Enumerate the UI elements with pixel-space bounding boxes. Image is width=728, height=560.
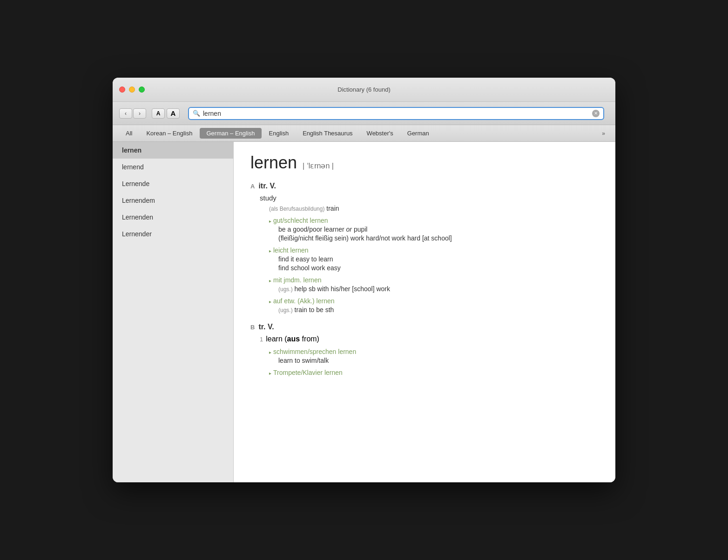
phrase-trompete: ▸ Trompete/Klavier lernen [269, 369, 599, 376]
back-button[interactable]: ‹ [119, 108, 132, 119]
sidebar: lernen lernend Lernende Lernendem Lernen… [113, 142, 234, 482]
section-b-title: tr. V. [258, 323, 274, 331]
phrase-gut-schlecht-trans2: (fleißig/nicht fleißig sein) work hard/n… [278, 234, 599, 242]
forward-button[interactable]: › [133, 108, 146, 119]
search-clear-button[interactable]: ✕ [592, 110, 600, 117]
tab-websters[interactable]: Webster's [360, 128, 400, 139]
main-translation-study: study [260, 194, 599, 202]
section-a-header: A itr. V. [250, 182, 599, 190]
section-b-header: B tr. V. [250, 323, 599, 331]
sub-translation-train: (als Berufsausbildung) train [269, 205, 599, 212]
font-decrease-button[interactable]: A [152, 108, 165, 119]
numbered-entry-1: 1 learn (aus from) [260, 335, 599, 343]
sidebar-item-lernen[interactable]: lernen [113, 142, 233, 159]
entry-header: lernen | ˈlɛrnən | [250, 153, 599, 173]
font-increase-button[interactable]: A [167, 108, 180, 119]
search-input[interactable] [203, 110, 592, 117]
search-icon: 🔍 [193, 110, 200, 117]
phrase-gut-schlecht-trans1: be a good/poor learner or pupil [278, 226, 599, 233]
sidebar-item-lernenden[interactable]: Lernenden [113, 209, 233, 226]
phrase-leicht-trans1: find it easy to learn [278, 255, 599, 263]
tab-all[interactable]: All [119, 128, 139, 139]
phrase-auf-etw-german: ▸ auf etw. (Akk.) lernen [269, 297, 599, 305]
window-title: Dictionary (6 found) [337, 86, 390, 93]
section-a-letter: A [250, 183, 255, 190]
phrase-leicht-german: ▸ leicht lernen [269, 247, 599, 254]
maximize-button[interactable] [139, 87, 145, 93]
phrase-mit-jmdm: ▸ mit jmdm. lernen (ugs.) help sb with h… [269, 276, 599, 293]
entry-phonetic: | ˈlɛrnən | [303, 161, 334, 170]
toolbar: ‹ › A A 🔍 ✕ [113, 102, 615, 125]
search-container: 🔍 ✕ [188, 107, 604, 120]
phrase-schwimmen-german: ▸ schwimmen/sprechen lernen [269, 348, 599, 355]
tab-english[interactable]: English [263, 128, 296, 139]
phrase-mit-jmdm-german: ▸ mit jmdm. lernen [269, 276, 599, 284]
titlebar: Dictionary (6 found) [113, 78, 615, 102]
nav-buttons: ‹ › [119, 108, 146, 119]
section-b-content: 1 learn (aus from) ▸ schwimmen/sprechen … [260, 335, 599, 376]
phrase-schwimmen: ▸ schwimmen/sprechen lernen learn to swi… [269, 348, 599, 364]
back-icon: ‹ [125, 110, 127, 117]
phrase-mit-jmdm-trans1: (ugs.) help sb with his/her [school] wor… [278, 285, 599, 293]
tab-english-thesaurus[interactable]: English Thesaurus [296, 128, 359, 139]
app-window: Dictionary (6 found) ‹ › A A 🔍 ✕ [113, 78, 615, 482]
section-a-content: study (als Berufsausbildung) train ▸ gut… [260, 194, 599, 313]
font-size-buttons: A A [152, 108, 180, 119]
phrase-trompete-german: ▸ Trompete/Klavier lernen [269, 369, 599, 376]
minimize-button[interactable] [129, 87, 135, 93]
traffic-lights [119, 87, 145, 93]
main-content: lernen | ˈlɛrnən | A itr. V. study (als … [234, 142, 615, 482]
phrase-leicht: ▸ leicht lernen find it easy to learn fi… [269, 247, 599, 272]
sidebar-item-lernendem[interactable]: Lernendem [113, 192, 233, 209]
phrase-auf-etw: ▸ auf etw. (Akk.) lernen (ugs.) train to… [269, 297, 599, 313]
sidebar-item-lernend[interactable]: lernend [113, 159, 233, 175]
content-area: lernen lernend Lernende Lernendem Lernen… [113, 142, 615, 482]
entry-word: lernen [250, 153, 297, 173]
section-a-title: itr. V. [258, 182, 276, 190]
phrase-leicht-trans2: find school work easy [278, 264, 599, 272]
close-button[interactable] [119, 87, 125, 93]
tab-german[interactable]: German [401, 128, 436, 139]
section-b-letter: B [250, 324, 255, 331]
phrase-gut-schlecht: ▸ gut/schlecht lernen be a good/poor lea… [269, 217, 599, 242]
phrase-schwimmen-trans1: learn to swim/talk [278, 357, 599, 364]
tabs-bar: All Korean – English German – English En… [113, 125, 615, 142]
sidebar-item-lernende[interactable]: Lernende [113, 175, 233, 192]
tab-korean-english[interactable]: Korean – English [140, 128, 199, 139]
phrase-auf-etw-trans1: (ugs.) train to be sth [278, 306, 599, 313]
sidebar-item-lernender[interactable]: Lernender [113, 226, 233, 242]
tabs-more-button[interactable]: » [598, 128, 609, 139]
phrase-gut-schlecht-german: ▸ gut/schlecht lernen [269, 217, 599, 224]
forward-icon: › [139, 110, 141, 117]
tab-german-english[interactable]: German – English [200, 128, 261, 139]
